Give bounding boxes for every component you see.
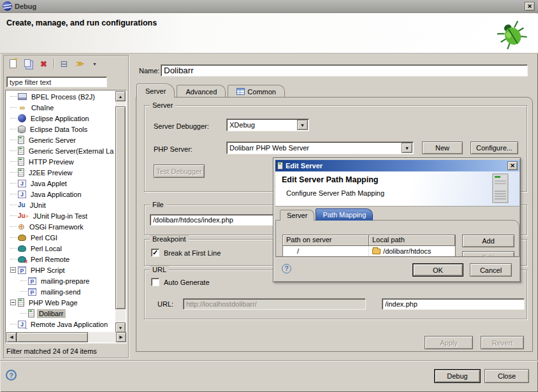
configuration-tabs: Server Advanced Common <box>136 83 287 98</box>
server-debugger-select[interactable]: XDebug ▼ <box>226 119 309 131</box>
new-configuration-icon[interactable] <box>8 59 18 69</box>
collapse-expander-icon[interactable] <box>10 300 16 305</box>
apply-button[interactable]: Apply <box>425 336 473 349</box>
server-tower-icon <box>489 173 512 204</box>
url-path-input[interactable] <box>382 298 525 310</box>
scroll-down-icon[interactable]: ▼ <box>115 323 126 333</box>
tab-common[interactable]: Common <box>228 85 285 98</box>
tree-item-perl-local[interactable]: Perl Local <box>6 243 116 254</box>
tree-item-java-applet[interactable]: Java Applet <box>6 178 116 189</box>
configure-server-button[interactable]: Configure... <box>470 142 518 154</box>
path-on-server-cell: / <box>283 246 369 256</box>
new-server-button[interactable]: New <box>422 142 463 154</box>
help-icon[interactable] <box>282 264 291 273</box>
url-base-input <box>183 298 366 310</box>
junit-icon <box>18 201 25 208</box>
edit-server-tabs: Server Path Mapping <box>280 208 374 221</box>
tree-horizontal-scrollbar[interactable]: ◀ ▶ <box>6 332 126 342</box>
footer-separator <box>0 360 538 361</box>
tree-item-http-preview[interactable]: HTTP Preview <box>6 156 116 167</box>
tree-item-perl-remote[interactable]: Perl Remote <box>6 254 116 265</box>
edit-server-dialog: Edit Server Edit Server Path Mapping Con… <box>273 157 521 282</box>
server-icon <box>18 136 24 144</box>
tree-item-php-script[interactable]: PHP Script <box>6 265 116 275</box>
banner: Create, manage, and run configurations <box>0 13 538 54</box>
server-debugger-label: Server Debugger: <box>154 122 209 130</box>
tab-server[interactable]: Server <box>136 83 175 98</box>
edit-server-titlebar[interactable]: Edit Server <box>275 160 520 171</box>
column-header-path-on-server[interactable]: Path on server <box>283 235 369 246</box>
break-at-first-line-checkbox[interactable] <box>151 249 159 257</box>
server-icon <box>18 298 24 307</box>
tree-item-generic-server-external[interactable]: Generic Server(External La <box>6 145 116 156</box>
scroll-up-icon[interactable]: ▲ <box>115 91 126 101</box>
collapse-expander-icon[interactable] <box>10 267 16 273</box>
tree-item-perl-cgi[interactable]: Perl CGI <box>6 232 116 243</box>
toolbar-separator <box>54 59 54 69</box>
php-script-icon <box>28 277 36 285</box>
tree-vertical-scrollbar[interactable]: ▲ ▼ <box>115 91 126 333</box>
tree-item-mailing-prepare[interactable]: mailing-prepare <box>6 275 116 286</box>
camel-icon <box>18 235 26 241</box>
remote-java-icon <box>18 321 26 328</box>
debug-button[interactable]: Debug <box>434 369 481 383</box>
scroll-left-icon[interactable]: ◀ <box>6 332 17 342</box>
edit-mapping-button[interactable]: Edit <box>462 251 514 257</box>
bug-icon <box>495 17 529 52</box>
auto-generate-checkbox[interactable] <box>151 278 159 286</box>
revert-button[interactable]: Revert <box>481 336 524 349</box>
collapse-all-icon[interactable]: ⊟ <box>59 59 69 69</box>
configurations-sidebar: ✖ ⊟ ≫ ▾ BPEL Process (B2J) Chaîne Eclips… <box>3 55 129 358</box>
add-mapping-button[interactable]: Add <box>462 235 514 247</box>
server-icon <box>18 147 24 155</box>
help-icon[interactable] <box>6 370 17 381</box>
java-application-icon <box>18 191 26 198</box>
column-header-local-path[interactable]: Local path <box>369 235 455 246</box>
java-applet-icon <box>18 180 26 187</box>
ok-button[interactable]: OK <box>412 263 463 277</box>
tree-item-eclipse-data-tools[interactable]: Eclipse Data Tools <box>6 124 116 134</box>
duplicate-configuration-icon[interactable] <box>23 59 34 69</box>
cancel-button[interactable]: Cancel <box>470 263 512 277</box>
test-debugger-button[interactable]: Test Debugger <box>154 164 205 178</box>
tree-item-osgi-framework[interactable]: OSGi Framework <box>6 221 116 232</box>
tree-item-chaine[interactable]: Chaîne <box>6 102 116 113</box>
tab-advanced[interactable]: Advanced <box>177 85 226 98</box>
name-input[interactable] <box>161 64 528 76</box>
php-server-label: PHP Server: <box>154 145 193 153</box>
scrollbar-thumb[interactable] <box>17 332 88 342</box>
delete-configuration-icon[interactable]: ✖ <box>38 59 49 69</box>
filter-icon[interactable]: ≫ <box>74 59 85 69</box>
tree-item-generic-server[interactable]: Generic Server <box>6 134 116 145</box>
window-title: Debug <box>15 3 36 10</box>
server-icon <box>18 157 24 166</box>
tree-item-java-application[interactable]: Java Application <box>6 189 116 200</box>
tree-item-remote-java-application[interactable]: Remote Java Application <box>6 319 116 330</box>
chevron-down-icon[interactable]: ▾ <box>89 59 100 69</box>
php-server-select[interactable]: Dolibarr PHP Web Server ▼ <box>226 142 414 154</box>
scrollbar-thumb[interactable] <box>115 106 126 309</box>
scroll-right-icon[interactable]: ▶ <box>116 332 126 342</box>
close-button[interactable]: Close <box>484 369 529 383</box>
tree-item-junit-plugin-test[interactable]: JUnit Plug-in Test <box>6 210 116 221</box>
tree-item-dolibarr[interactable]: Dolibarr <box>6 308 116 319</box>
local-path-cell[interactable]: /dolibarr/htdocs <box>369 246 455 256</box>
filter-input[interactable] <box>6 76 107 87</box>
tree-item-eclipse-application[interactable]: Eclipse Application <box>6 113 116 124</box>
dialog-close-icon[interactable] <box>507 161 518 170</box>
tree-item-php-web-page[interactable]: PHP Web Page <box>6 297 116 308</box>
osgi-framework-icon <box>18 222 25 231</box>
chevron-down-icon[interactable]: ▼ <box>402 143 412 153</box>
tree-item-bpel-process[interactable]: BPEL Process (B2J) <box>6 91 116 102</box>
window-close-icon[interactable] <box>525 2 535 11</box>
path-mapping-table[interactable]: Path on server Local path / /dolibarr/ht… <box>282 235 456 257</box>
tree-item-j2ee-preview[interactable]: J2EE Preview <box>6 167 116 178</box>
tab-server-settings[interactable]: Server <box>280 210 314 221</box>
sidebar-toolbar: ✖ ⊟ ≫ ▾ <box>4 55 128 72</box>
tree-item-mailing-send[interactable]: mailing-send <box>6 286 116 297</box>
chevron-down-icon[interactable]: ▼ <box>297 120 308 130</box>
table-row[interactable]: / /dolibarr/htdocs <box>283 246 455 256</box>
window-titlebar[interactable]: Debug <box>0 0 538 13</box>
tree-item-junit[interactable]: JUnit <box>6 200 116 210</box>
tab-path-mapping[interactable]: Path Mapping <box>316 208 373 221</box>
